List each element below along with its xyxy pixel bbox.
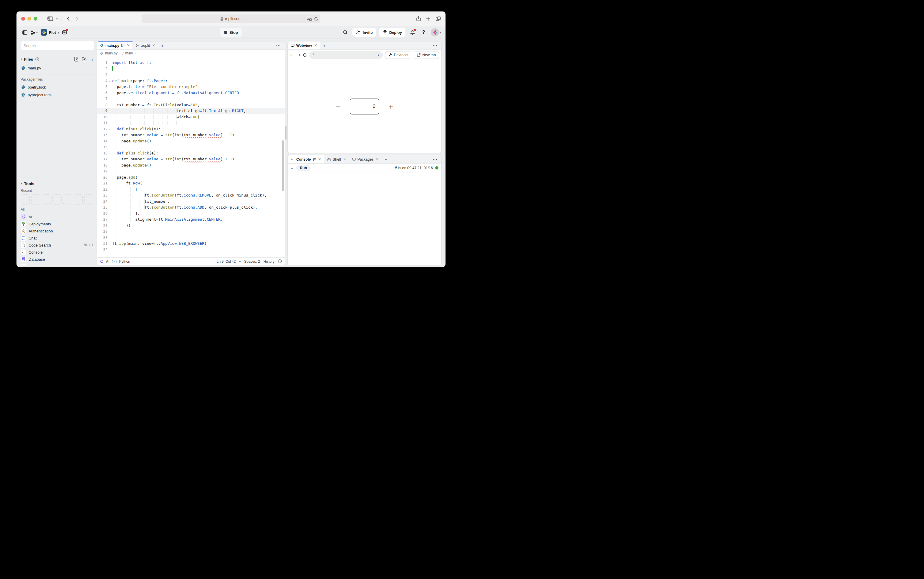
search-input[interactable]: Search [21, 41, 94, 50]
editor-scrollbar-thumb[interactable] [282, 140, 284, 191]
history-button[interactable]: History [264, 260, 274, 263]
fold-chevron-icon[interactable]: ⌄ [107, 186, 112, 193]
code-line-23[interactable]: 23 ft.IconButton(ft.icons.REMOVE, on_cli… [97, 192, 285, 199]
workspace-sidebar-toggle-icon[interactable] [21, 28, 29, 36]
indentation-setting[interactable]: Spaces: 2 [244, 260, 260, 263]
tools-section-header[interactable]: ▾ Tools [21, 180, 94, 187]
devtools-button[interactable]: Devtools [385, 51, 412, 59]
code-line-7[interactable]: 7 [97, 96, 285, 102]
code-line-22[interactable]: 22⌄ [ [97, 186, 285, 193]
line-number[interactable]: 29 [97, 229, 107, 235]
collapse-run-icon[interactable]: ⌄ [290, 166, 293, 170]
go-icon[interactable]: → [376, 53, 379, 57]
line-number[interactable]: 11 [97, 120, 107, 126]
help-icon[interactable]: ? [420, 28, 428, 36]
line-number[interactable]: 12 [97, 126, 107, 132]
line-number[interactable]: 23 [97, 192, 107, 199]
tool-item-console[interactable]: >_Console [21, 249, 94, 256]
line-number[interactable]: 18 [97, 162, 107, 168]
account-chevron-icon[interactable]: ▾ [440, 31, 441, 34]
line-number[interactable]: 3 [97, 72, 107, 78]
close-tab-icon[interactable]: ✕ [376, 157, 379, 161]
code-line-15[interactable]: 15 [97, 144, 285, 150]
tab-shell[interactable]: Shell ✕ [324, 155, 349, 163]
line-number[interactable]: 14 [97, 138, 107, 144]
open-new-tab-button[interactable]: New tab [414, 51, 439, 59]
close-tab-icon[interactable]: ✕ [314, 44, 317, 47]
translate-icon[interactable]: A [307, 17, 312, 21]
line-number[interactable]: 20 [97, 175, 107, 181]
line-number[interactable]: 22 [97, 186, 107, 193]
panel-resize-handle[interactable] [286, 126, 287, 140]
line-number[interactable]: 2 [97, 66, 107, 72]
code-editor[interactable]: 1import flet as ft234⌄def main(page: ft.… [97, 57, 285, 257]
clear-console-trash-icon[interactable] [313, 158, 316, 161]
line-number[interactable]: 1 [97, 60, 107, 66]
invite-button[interactable]: Invite [353, 28, 376, 37]
plus-button[interactable]: + [388, 103, 393, 110]
code-line-20[interactable]: 20 page.add( [97, 175, 285, 181]
close-tab-icon[interactable]: ✕ [127, 44, 130, 47]
new-editor-tab-icon[interactable]: + [158, 41, 166, 49]
breadcrumb-symbol[interactable]: main [125, 51, 133, 55]
line-number[interactable]: 25 [97, 204, 107, 211]
code-line-26[interactable]: 26 ], [97, 211, 285, 217]
tool-item-chat[interactable]: Chat [21, 234, 94, 242]
line-number[interactable]: 17 [97, 156, 107, 162]
line-number[interactable]: 6 [97, 90, 107, 96]
line-number[interactable]: 27 [97, 216, 107, 223]
run-badge[interactable]: Run [296, 165, 310, 171]
line-number[interactable]: 4 [97, 78, 107, 84]
webview-forward-icon[interactable]: → [296, 52, 300, 58]
run-config-icon[interactable]: ▾ [29, 28, 39, 36]
reload-icon[interactable] [314, 17, 318, 21]
tab-webview[interactable]: Webview ✕ [288, 41, 320, 49]
history-clock-icon[interactable] [278, 260, 282, 263]
zoom-window-button[interactable] [34, 17, 38, 21]
fold-chevron-icon[interactable]: ⌄ [107, 78, 112, 84]
code-line-1[interactable]: 1import flet as ft [97, 60, 285, 66]
code-line-29[interactable]: 29 [97, 229, 285, 235]
file-item-pyproject-toml[interactable]: pyproject.toml [21, 91, 94, 98]
tool-item-deployments[interactable]: Deployments [21, 220, 94, 227]
files-section-header[interactable]: ▾ Files ⋮ [21, 55, 94, 63]
share-icon[interactable] [416, 16, 421, 21]
webview-back-icon[interactable]: ← [290, 52, 294, 58]
tool-item-debugger[interactable]: Debugger [21, 263, 94, 265]
close-tab-icon[interactable]: ✕ [343, 157, 346, 161]
code-line-6[interactable]: 6 page.vertical_alignment = ft.MainAxisA… [97, 90, 285, 96]
file-item-poetry-lock[interactable]: poetry.lock [21, 83, 94, 91]
file-item-main-py[interactable]: main.py [21, 64, 94, 72]
code-line-17[interactable]: 17 txt_number.value = str(int(txt_number… [97, 156, 285, 162]
close-tab-icon[interactable]: ✕ [318, 157, 321, 161]
new-webview-tab-icon[interactable]: + [320, 41, 328, 49]
code-line-9[interactable]: 9 text_align=ft.TextAlign.RIGHT, [97, 108, 285, 114]
safari-sidebar-icon[interactable] [46, 15, 54, 23]
line-number[interactable]: 13 [97, 132, 107, 138]
code-line-28[interactable]: 28 )) [97, 223, 285, 229]
close-window-button[interactable] [21, 17, 25, 21]
webview-options-icon[interactable]: ⋯ [429, 41, 441, 49]
notes-icon[interactable] [61, 28, 69, 36]
line-number[interactable]: 30 [97, 235, 107, 241]
line-number[interactable]: 5 [97, 84, 107, 90]
sidebar-chevron-icon[interactable] [54, 15, 60, 23]
tab-packages[interactable]: Packages ✕ [349, 155, 382, 163]
line-number[interactable]: 15 [97, 144, 107, 150]
close-tab-icon[interactable]: ✕ [152, 44, 155, 47]
deploy-button[interactable]: Deploy [379, 28, 405, 37]
code-line-14[interactable]: 14 page.update() [97, 138, 285, 144]
code-line-32[interactable]: 32 [97, 247, 285, 253]
code-line-2[interactable]: 2 [97, 66, 285, 72]
console-output[interactable] [288, 172, 441, 265]
tool-item-code-search[interactable]: Code Search⌘ ⇧ F [21, 242, 94, 249]
code-line-24[interactable]: 24 txt_number, [97, 199, 285, 205]
status-ai[interactable]: AI [106, 260, 109, 263]
new-folder-icon[interactable] [82, 57, 87, 61]
breadcrumb-more[interactable]: ... [138, 51, 140, 55]
code-line-12[interactable]: 12⌄ def minus_click(e): [97, 126, 285, 132]
avatar[interactable] [431, 28, 439, 36]
search-icon[interactable] [341, 28, 350, 36]
tab-main-py[interactable]: main.py ✕ [97, 41, 133, 49]
new-tab-icon[interactable] [426, 16, 430, 21]
